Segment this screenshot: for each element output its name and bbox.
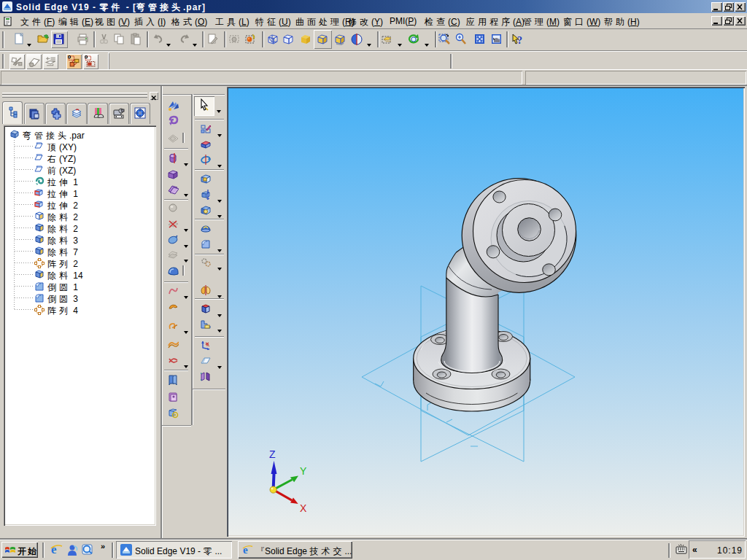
svg-text:X: X <box>300 502 307 514</box>
svg-text:e: e <box>51 542 57 556</box>
svg-text:Y: Y <box>300 465 307 477</box>
svg-text:?: ? <box>517 35 522 46</box>
svg-text:Z: Z <box>269 448 276 460</box>
